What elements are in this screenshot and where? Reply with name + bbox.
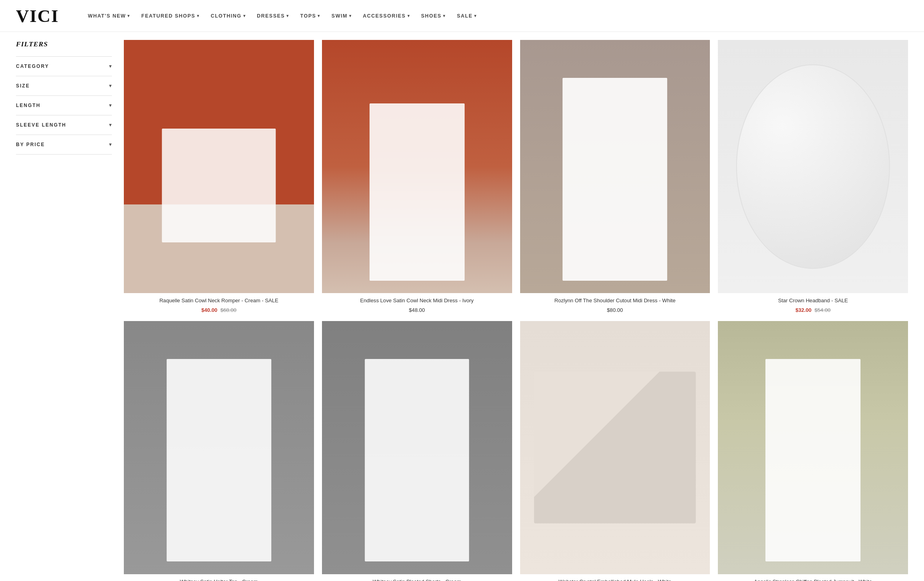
chevron-down-icon: ▾ xyxy=(109,63,112,69)
nav-accessories[interactable]: ACCESSORIES ▾ xyxy=(363,13,410,19)
original-price: $54.00 xyxy=(815,307,831,313)
product-grid: Raquelle Satin Cowl Neck Romper - Cream … xyxy=(124,40,908,581)
chevron-down-icon: ▾ xyxy=(109,141,112,148)
nav-swim[interactable]: SWIM ▾ xyxy=(332,13,352,19)
chevron-down-icon: ▾ xyxy=(197,14,200,18)
site-header: VICI WHAT'S NEW ▾ FEATURED SHOPS ▾ CLOTH… xyxy=(0,0,924,32)
product-card[interactable]: Rozlynn Off The Shoulder Cutout Midi Dre… xyxy=(520,40,710,313)
regular-price: $80.00 xyxy=(607,307,623,313)
sidebar: FILTERS CATEGORY ▾ SIZE ▾ LENGTH ▾ SLEEV… xyxy=(16,40,112,581)
nav-clothing[interactable]: CLOTHING ▾ xyxy=(211,13,246,19)
main-nav: WHAT'S NEW ▾ FEATURED SHOPS ▾ CLOTHING ▾… xyxy=(88,13,477,19)
filter-sleeve-length[interactable]: SLEEVE LENGTH ▾ xyxy=(16,115,112,135)
chevron-down-icon: ▾ xyxy=(318,14,320,18)
filters-title: FILTERS xyxy=(16,40,112,48)
product-name: Angelic Strapless Chiffon Pleated Jumpsu… xyxy=(719,578,906,581)
product-name: Whitney Satin Halter Top - Cream xyxy=(125,578,312,581)
chevron-down-icon: ▾ xyxy=(474,14,477,18)
chevron-down-icon: ▾ xyxy=(127,14,130,18)
nav-tops[interactable]: TOPS ▾ xyxy=(300,13,320,19)
chevron-down-icon: ▾ xyxy=(407,14,410,18)
product-image xyxy=(124,321,314,574)
product-price: $48.00 xyxy=(324,307,511,313)
product-price: $32.00 $54.00 xyxy=(719,307,906,313)
product-card[interactable]: Angelic Strapless Chiffon Pleated Jumpsu… xyxy=(718,321,908,581)
original-price: $68.00 xyxy=(221,307,236,313)
filter-category[interactable]: CATEGORY ▾ xyxy=(16,56,112,76)
filter-size[interactable]: SIZE ▾ xyxy=(16,76,112,95)
product-card[interactable]: Webster Crystal Embellished Mule Heels -… xyxy=(520,321,710,581)
product-name: Star Crown Headband - SALE xyxy=(719,297,906,304)
chevron-down-icon: ▾ xyxy=(349,14,352,18)
chevron-down-icon: ▾ xyxy=(109,102,112,109)
nav-sale[interactable]: SALE ▾ xyxy=(457,13,477,19)
chevron-down-icon: ▾ xyxy=(109,83,112,89)
nav-whats-new[interactable]: WHAT'S NEW ▾ xyxy=(88,13,130,19)
chevron-down-icon: ▾ xyxy=(443,14,446,18)
product-name: Endless Love Satin Cowl Neck Midi Dress … xyxy=(324,297,511,304)
product-name: Raquelle Satin Cowl Neck Romper - Cream … xyxy=(125,297,312,304)
page-container: FILTERS CATEGORY ▾ SIZE ▾ LENGTH ▾ SLEEV… xyxy=(0,32,924,581)
product-image xyxy=(718,321,908,574)
product-card[interactable]: Star Crown Headband - SALE $32.00 $54.00 xyxy=(718,40,908,313)
product-card[interactable]: Whitney Satin Pleated Shorts - Cream $52… xyxy=(322,321,512,581)
product-image xyxy=(520,40,710,293)
chevron-down-icon: ▾ xyxy=(286,14,289,18)
product-name: Rozlynn Off The Shoulder Cutout Midi Dre… xyxy=(522,297,709,304)
nav-dresses[interactable]: DRESSES ▾ xyxy=(257,13,289,19)
product-image xyxy=(322,40,512,293)
product-card[interactable]: Raquelle Satin Cowl Neck Romper - Cream … xyxy=(124,40,314,313)
product-card[interactable]: Whitney Satin Halter Top - Cream $52.00 … xyxy=(124,321,314,581)
product-price: $80.00 xyxy=(522,307,709,313)
chevron-down-icon: ▾ xyxy=(109,122,112,128)
regular-price: $48.00 xyxy=(409,307,425,313)
filter-by-price[interactable]: BY PRICE ▾ xyxy=(16,135,112,155)
product-name: Webster Crystal Embellished Mule Heels -… xyxy=(522,578,709,581)
nav-shoes[interactable]: SHOES ▾ xyxy=(421,13,446,19)
chevron-down-icon: ▾ xyxy=(243,14,246,18)
product-card[interactable]: Endless Love Satin Cowl Neck Midi Dress … xyxy=(322,40,512,313)
product-price: $40.00 $68.00 xyxy=(125,307,312,313)
product-name: Whitney Satin Pleated Shorts - Cream xyxy=(324,578,511,581)
product-image xyxy=(124,40,314,293)
product-image xyxy=(322,321,512,574)
sale-price: $40.00 xyxy=(201,307,217,313)
nav-featured-shops[interactable]: FEATURED SHOPS ▾ xyxy=(141,13,200,19)
filter-length[interactable]: LENGTH ▾ xyxy=(16,95,112,115)
product-image xyxy=(718,40,908,293)
product-image xyxy=(520,321,710,574)
site-logo[interactable]: VICI xyxy=(16,6,64,26)
sale-price: $32.00 xyxy=(795,307,811,313)
